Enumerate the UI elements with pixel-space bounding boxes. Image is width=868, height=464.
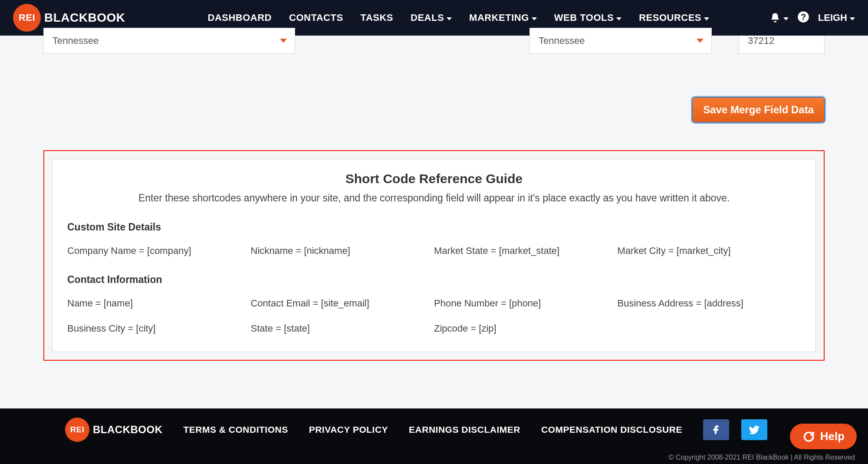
save-row: Save Merge Field Data	[43, 97, 825, 122]
copyright-text: © Copyright 2008-2021 REI BlackBook | Al…	[669, 454, 855, 461]
nav-web-tools[interactable]: WEB TOOLS	[554, 12, 621, 23]
footer: REI BLACKBOOK TERMS & CONDITIONS PRIVACY…	[0, 408, 868, 464]
chevron-down-icon	[704, 17, 709, 20]
code-market-city: Market City = [market_city]	[618, 245, 801, 257]
chevron-down-icon	[532, 17, 537, 20]
zip-input-value: 37212	[748, 35, 774, 46]
nav-marketing-label: MARKETING	[469, 12, 529, 23]
footer-link-earnings[interactable]: EARNINGS DISCLAIMER	[409, 425, 520, 435]
main-nav: DASHBOARD CONTACTS TASKS DEALS MARKETING…	[208, 12, 710, 23]
state-select-left-value: Tennessee	[53, 35, 99, 46]
footer-logo[interactable]: REI BLACKBOOK	[65, 418, 163, 442]
user-name-label: LEIGH	[818, 12, 847, 23]
guide-title: Short Code Reference Guide	[67, 171, 801, 186]
chevron-down-icon	[447, 17, 452, 20]
nav-contacts[interactable]: CONTACTS	[289, 12, 343, 23]
save-merge-field-button[interactable]: Save Merge Field Data	[692, 97, 825, 122]
guide-subtitle: Enter these shortcodes anywhere in your …	[67, 192, 801, 204]
footer-link-privacy[interactable]: PRIVACY POLICY	[309, 425, 388, 435]
chevron-down-icon	[783, 17, 789, 20]
code-email: Contact Email = [site_email]	[251, 298, 434, 309]
help-widget-label: Help	[820, 430, 845, 443]
contact-info-codes: Name = [name] Contact Email = [site_emai…	[67, 298, 801, 334]
shortcode-guide-panel: Short Code Reference Guide Enter these s…	[52, 159, 816, 352]
custom-site-codes: Company Name = [company] Nickname = [nic…	[67, 245, 801, 257]
code-address: Business Address = [address]	[618, 298, 801, 309]
footer-links: TERMS & CONDITIONS PRIVACY POLICY EARNIN…	[184, 425, 682, 435]
code-phone: Phone Number = [phone]	[434, 298, 618, 309]
guide-section-custom-site: Custom Site Details	[67, 221, 801, 233]
nav-web-tools-label: WEB TOOLS	[554, 12, 614, 23]
state-select-right[interactable]: Tennessee	[529, 28, 712, 54]
code-city: Business City = [city]	[67, 323, 251, 334]
nav-deals-label: DEALS	[411, 12, 444, 23]
svg-point-2	[804, 432, 813, 441]
logo-badge: REI	[13, 4, 41, 32]
help-widget-button[interactable]: Help	[790, 424, 857, 449]
header-right: ? LEIGH	[769, 11, 855, 25]
guide-highlight-box: Short Code Reference Guide Enter these s…	[43, 150, 825, 361]
chevron-down-icon	[616, 17, 621, 20]
user-menu[interactable]: LEIGH	[818, 12, 855, 23]
chevron-down-icon	[280, 39, 287, 43]
chevron-down-icon	[850, 17, 855, 20]
social-links	[703, 419, 767, 440]
twitter-icon[interactable]	[741, 419, 767, 440]
svg-text:?: ?	[801, 12, 806, 22]
nav-resources-label: RESOURCES	[639, 12, 701, 23]
nav-tasks[interactable]: TASKS	[361, 12, 393, 23]
code-state: State = [state]	[251, 323, 434, 334]
page-body: Tennessee Tennessee 37212 Save Merge Fie…	[0, 28, 868, 361]
nav-dashboard[interactable]: DASHBOARD	[208, 12, 272, 23]
guide-section-contact-info: Contact Information	[67, 274, 801, 286]
code-zip: Zipcode = [zip]	[434, 323, 618, 334]
state-select-left[interactable]: Tennessee	[43, 28, 295, 54]
state-select-right-value: Tennessee	[539, 35, 585, 46]
notifications-icon[interactable]	[769, 12, 789, 23]
code-company: Company Name = [company]	[67, 245, 251, 257]
footer-link-terms[interactable]: TERMS & CONDITIONS	[184, 425, 288, 435]
footer-logo-badge: REI	[65, 418, 89, 442]
nav-deals[interactable]: DEALS	[411, 12, 452, 23]
code-market-state: Market State = [market_state]	[434, 245, 618, 257]
chat-icon	[802, 430, 815, 443]
facebook-icon[interactable]	[703, 419, 729, 440]
footer-link-compensation[interactable]: COMPENSATION DISCLOSURE	[541, 425, 682, 435]
logo-text: BLACKBOOK	[44, 11, 125, 25]
code-name: Name = [name]	[67, 298, 251, 309]
chevron-down-icon	[697, 39, 704, 43]
code-nickname: Nickname = [nickname]	[251, 245, 434, 257]
nav-resources[interactable]: RESOURCES	[639, 12, 709, 23]
nav-marketing[interactable]: MARKETING	[469, 12, 537, 23]
help-icon[interactable]: ?	[797, 11, 809, 25]
footer-logo-text: BLACKBOOK	[93, 424, 163, 436]
